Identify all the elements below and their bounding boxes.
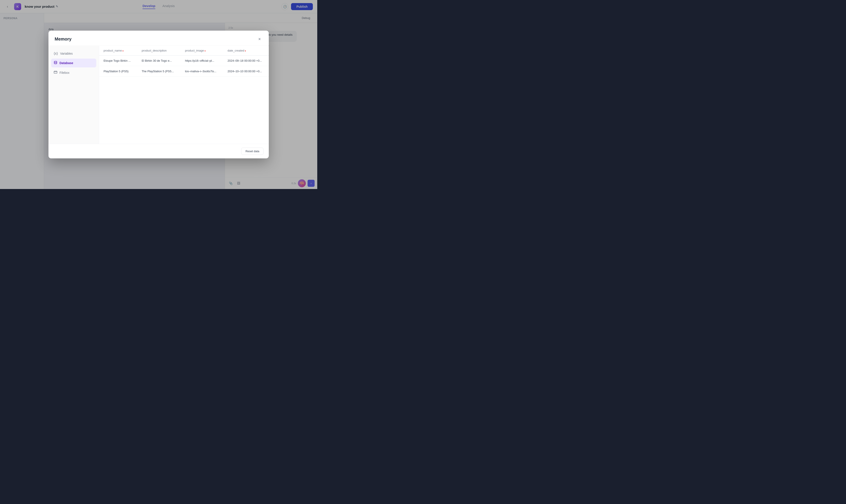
table-row: Etoupe Togo Birkin ... El Birkin 30 de T… <box>99 55 269 66</box>
svg-rect-1 <box>54 71 57 73</box>
modal-overlay[interactable]: Memory × (x) Variables <box>0 0 317 189</box>
col-product-image: product_image● <box>181 46 223 55</box>
modal-sidebar: (x) Variables Database <box>49 46 99 144</box>
cell-product-name-1: Etoupe Togo Birkin ... <box>99 55 137 66</box>
cell-product-desc-1: El Birkin 30 de Togo e... <box>137 55 181 66</box>
sidebar-item-variables-label: Variables <box>60 52 73 55</box>
modal-body: (x) Variables Database <box>49 46 269 144</box>
variables-icon: (x) <box>54 52 58 55</box>
table-row: PlayStation 5 (PS5) The PlayStation 5 (P… <box>99 66 269 77</box>
cell-product-desc-2: The PlayStation 5 (PS5... <box>137 66 181 77</box>
sidebar-item-variables[interactable]: (x) Variables <box>51 49 96 58</box>
svg-point-0 <box>54 61 57 62</box>
filebox-icon <box>54 71 57 75</box>
modal-close-button[interactable]: × <box>256 36 263 42</box>
modal-title: Memory <box>55 37 72 42</box>
cell-date-created-1: 2024–09–18 00:00:00 +0... <box>223 55 269 66</box>
reset-data-button[interactable]: Reset data <box>241 148 264 155</box>
col-date-created: date_created● <box>223 46 269 55</box>
sidebar-item-database-label: Database <box>59 61 73 65</box>
col-product-description: product_description <box>137 46 181 55</box>
cell-product-image-2: tos–maliva–i–3sotts7ts... <box>181 66 223 77</box>
modal-footer: Reset data <box>49 144 269 158</box>
sidebar-item-filebox-label: Filebox <box>59 71 69 74</box>
cell-product-image-1: https://p16–official–pl... <box>181 55 223 66</box>
modal-table-area: product_name● product_description produc… <box>99 46 269 144</box>
cell-product-name-2: PlayStation 5 (PS5) <box>99 66 137 77</box>
sidebar-item-filebox[interactable]: Filebox <box>51 68 96 77</box>
database-icon <box>54 61 57 65</box>
cell-date-created-2: 2024–10–10 00:00:00 +0... <box>223 66 269 77</box>
data-table: product_name● product_description produc… <box>99 46 269 77</box>
col-product-name: product_name● <box>99 46 137 55</box>
memory-modal: Memory × (x) Variables <box>49 31 269 158</box>
modal-header: Memory × <box>49 31 269 46</box>
sidebar-item-database[interactable]: Database <box>51 59 96 67</box>
